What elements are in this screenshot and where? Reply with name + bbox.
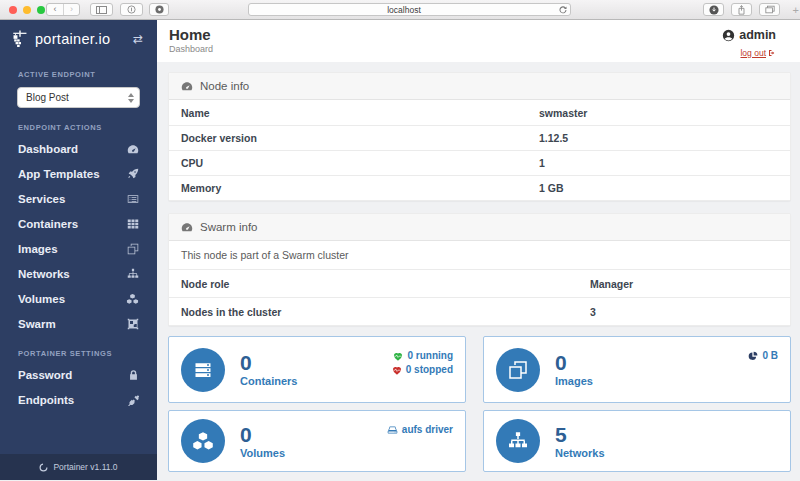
minimize-window-button[interactable] [23,6,31,14]
address-bar[interactable]: localhost [248,3,571,16]
tachometer-icon [127,143,139,155]
refresh-icon[interactable] [559,6,567,14]
new-tab-button[interactable]: + [793,4,799,16]
logout-label: log out [740,48,766,58]
table-row: Node role Manager [169,269,790,297]
object-group-icon [127,318,139,330]
row-value: swmaster [539,107,587,119]
volumes-count: 0 [240,424,285,446]
endpoint-select-value: Blog Post [26,92,128,103]
forward-button[interactable]: › [63,4,79,15]
sidebar-item-services[interactable]: Services [0,186,157,211]
rocket-icon [127,168,139,180]
row-value: 1 GB [539,182,564,194]
containers-card[interactable]: 0 Containers 0 running 0 stopped [168,336,466,403]
panel-title: Swarm info [200,221,258,233]
row-value: 1.12.5 [539,132,568,144]
row-label: Node role [181,278,590,290]
browser-chrome: ‹ › localhost + [0,0,800,20]
collapse-sidebar-icon[interactable]: ⇄ [133,32,145,46]
images-size: 0 B [762,349,778,363]
logout-link[interactable]: log out [740,48,776,58]
cubes-icon [181,419,225,463]
sidebar-toggle-button[interactable] [90,3,113,16]
heartbeat-running-icon [393,352,403,361]
sidebar-item-password[interactable]: Password [0,362,157,387]
close-window-button[interactable] [9,6,17,14]
zoom-window-button[interactable] [37,6,45,14]
tachometer-icon [181,80,193,92]
plug-icon [127,394,139,406]
sidebar-item-containers[interactable]: Containers [0,211,157,236]
swarm-info-panel: Swarm info This node is part of a Swarm … [168,213,791,326]
panel-title: Node info [200,80,249,92]
sidebar-footer: Portainer v1.11.0 [0,454,157,480]
networks-label: Networks [555,447,605,459]
user-circle-icon [722,29,735,42]
lock-icon [128,369,139,381]
sidebar-item-label: Swarm [18,318,127,330]
sidebar-item-volumes[interactable]: Volumes [0,286,157,311]
back-button[interactable]: ‹ [47,4,63,15]
row-label: CPU [181,157,539,169]
volumes-label: Volumes [240,447,285,459]
table-row: Nodes in the cluster 3 [169,297,790,325]
row-value: 3 [590,306,596,318]
sidebar-item-app-templates[interactable]: App Templates [0,161,157,186]
networks-count: 5 [555,424,605,446]
sidebar-item-images[interactable]: Images [0,236,157,261]
tab-overview-button[interactable] [759,3,780,16]
breadcrumb: Dashboard [169,44,722,54]
networks-card[interactable]: 5 Networks [483,410,791,472]
images-count: 0 [555,352,593,374]
images-label: Images [555,375,593,387]
table-row: Memory 1 GB [169,175,790,200]
sidebar-item-label: Images [18,243,127,255]
dashboard-content: Node info Name swmaster Docker version 1… [157,62,800,472]
logo-text: portainer.io [35,31,133,47]
sitemap-icon [496,419,540,463]
dashboard-cards: 0 Containers 0 running 0 stopped [168,336,791,472]
extension-button[interactable] [149,3,169,16]
volumes-driver: aufs driver [402,423,453,437]
row-value: 1 [539,157,545,169]
containers-label: Containers [240,375,297,387]
sidebar-item-networks[interactable]: Networks [0,261,157,286]
heartbeat-stopped-icon [392,366,402,375]
node-info-header: Node info [169,73,790,100]
table-row: CPU 1 [169,150,790,175]
row-label: Nodes in the cluster [181,306,590,318]
volumes-card[interactable]: 0 Volumes aufs driver [168,410,466,472]
sidebar-item-endpoints[interactable]: Endpoints [0,387,157,412]
sidebar-item-label: Dashboard [18,143,127,155]
window-controls [9,6,45,14]
sidebar-item-label: Endpoints [18,394,127,406]
sidebar: portainer.io ⇄ ACTIVE ENDPOINT Blog Post… [0,20,157,480]
share-button[interactable] [731,3,752,16]
node-info-panel: Node info Name swmaster Docker version 1… [168,72,791,201]
sidebar-item-dashboard[interactable]: Dashboard [0,136,157,161]
row-label: Name [181,107,539,119]
server-icon [181,348,225,392]
sidebar-item-label: Volumes [18,293,126,305]
swarm-note: This node is part of a Swarm cluster [181,249,348,261]
portainer-settings-label: PORTAINER SETTINGS [0,349,157,358]
main-content: Home Dashboard admin log out [157,20,800,480]
downloads-button[interactable] [703,3,724,16]
reading-list-button[interactable] [120,3,143,16]
endpoint-select[interactable]: Blog Post [17,87,140,108]
sidebar-item-label: App Templates [18,168,127,180]
images-card[interactable]: 0 Images 0 B [483,336,791,403]
url-text: localhost [249,5,559,15]
clone-icon [496,348,540,392]
row-label: Docker version [181,132,539,144]
grid-icon [127,218,139,230]
username: admin [739,28,776,42]
portainer-logo-icon [12,30,29,48]
sidebar-item-swarm[interactable]: Swarm [0,311,157,336]
page-header: Home Dashboard admin log out [157,20,800,62]
row-value: Manager [590,278,633,290]
cubes-icon [126,293,139,305]
table-row: Name swmaster [169,100,790,125]
tachometer-icon [181,221,193,233]
